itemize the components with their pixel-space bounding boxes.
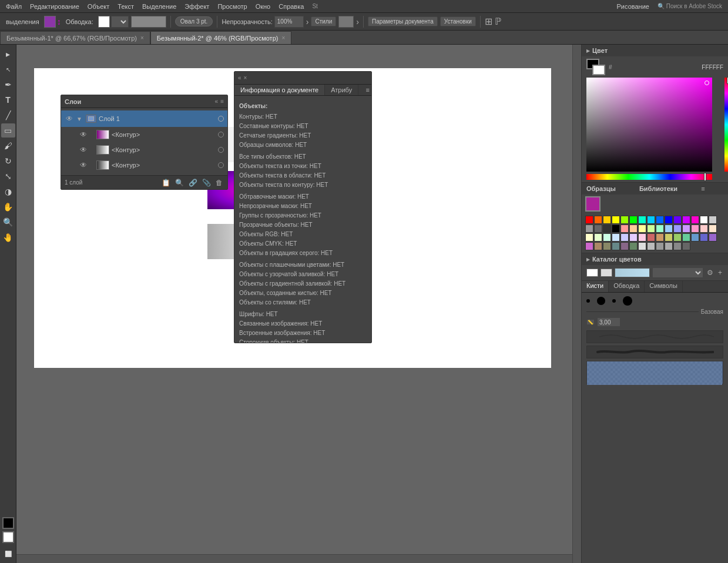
swatch-item[interactable] [691, 233, 699, 242]
catalog-settings-btn[interactable]: ⚙ [706, 268, 714, 277]
style-preview[interactable] [338, 16, 354, 28]
color-header-triangle[interactable]: ▶ [586, 48, 590, 53]
tool-rect[interactable]: ▭ [1, 123, 15, 138]
arrow-btn[interactable]: ↕ [57, 17, 61, 26]
swatch-item[interactable] [620, 242, 629, 250]
doc-info-tab-2[interactable]: Атрибу [325, 85, 358, 95]
canvas-area[interactable]: Слои « ≡ 👁 ▼ Слой 1 [16, 45, 581, 563]
swatch-item[interactable] [656, 216, 664, 224]
swatch-item[interactable] [612, 242, 620, 250]
brushes-tab-1[interactable]: Кисти [582, 281, 609, 292]
opacity-arrow[interactable]: › [306, 17, 309, 26]
brush-size-input[interactable] [597, 317, 620, 327]
menu-help[interactable]: Справка [275, 2, 307, 11]
swatch-item[interactable] [647, 242, 655, 250]
swatch-item[interactable] [585, 233, 593, 242]
layer-new-btn[interactable]: 📋 [160, 178, 172, 187]
bg-color[interactable] [2, 531, 14, 543]
sub-layer-row-2[interactable]: 👁 <Контур> [61, 142, 227, 157]
swatch-item[interactable] [709, 233, 717, 242]
swatch-item[interactable] [585, 224, 593, 233]
layer-group-btn[interactable]: 📎 [201, 178, 212, 187]
layers-collapse-btn[interactable]: « [215, 98, 219, 105]
color-picker-handle[interactable] [704, 81, 709, 85]
swatch-item[interactable] [709, 224, 717, 233]
fg-color[interactable] [2, 517, 14, 529]
tool-direct-select[interactable]: ↖ [1, 62, 15, 76]
swatch-item[interactable] [673, 216, 682, 224]
swatch-item[interactable] [673, 242, 682, 250]
layer-expand-1[interactable]: ▼ [76, 116, 83, 122]
swatch-item[interactable] [629, 216, 638, 224]
menu-select[interactable]: Выделение [139, 2, 180, 11]
swatch-item[interactable] [612, 224, 620, 233]
bg-swatch[interactable] [592, 65, 605, 75]
swatch-item[interactable] [620, 216, 629, 224]
swatch-item[interactable] [629, 224, 638, 233]
swatch-item[interactable] [638, 233, 646, 242]
brush-dot-2[interactable] [597, 297, 605, 305]
swatch-item[interactable] [629, 233, 638, 242]
swatch-item[interactable] [585, 242, 593, 250]
swatch-item[interactable] [682, 233, 690, 242]
swatch-item[interactable] [682, 224, 690, 233]
swatch-item[interactable] [665, 216, 673, 224]
menu-st[interactable]: St [308, 2, 321, 11]
opacity-input[interactable] [274, 16, 304, 28]
tool-text[interactable]: T [1, 93, 15, 107]
catalog-swatch-1[interactable] [586, 269, 598, 277]
sub-layer-eye-3[interactable]: 👁 [79, 160, 88, 170]
tab-2-close[interactable]: × [281, 35, 285, 41]
swatch-item[interactable] [620, 233, 629, 242]
swatch-item[interactable] [700, 233, 708, 242]
layer-search-btn[interactable]: 🔍 [174, 178, 185, 187]
brush-dot-3[interactable] [612, 299, 616, 303]
brush-dot-1[interactable] [586, 299, 590, 303]
color-gradient-picker[interactable] [586, 78, 712, 172]
layers-menu-btn[interactable]: ≡ [220, 98, 224, 105]
swatch-item[interactable] [594, 233, 602, 242]
swatch-item[interactable] [700, 216, 708, 224]
fill-color-btn[interactable] [44, 16, 56, 28]
swatch-item[interactable] [647, 224, 655, 233]
swatch-item[interactable] [603, 233, 611, 242]
swatch-item[interactable] [638, 216, 646, 224]
menu-edit[interactable]: Редактирование [26, 2, 83, 11]
menu-object[interactable]: Объект [84, 2, 113, 11]
tab-2[interactable]: Безымянный-2* @ 46% (RGB/Просмотр) × [150, 31, 291, 44]
swatches-menu-btn[interactable]: ≡ [701, 185, 704, 192]
tool-line[interactable]: ╱ [1, 108, 15, 122]
tool-hand[interactable]: 🤚 [1, 230, 15, 244]
brush-dot-4[interactable] [623, 296, 632, 306]
tool-scale[interactable]: ⤡ [1, 169, 15, 183]
catalog-triangle[interactable]: ▶ [586, 257, 590, 262]
settings-btn[interactable]: Установки [440, 16, 476, 26]
swatch-item[interactable] [673, 233, 682, 242]
brushes-tab-3[interactable]: Символы [645, 281, 683, 292]
menu-file[interactable]: Файл [2, 2, 25, 11]
swatch-selected-color[interactable] [585, 196, 600, 212]
swatch-item[interactable] [656, 233, 664, 242]
scrollbar-bottom[interactable] [16, 554, 572, 563]
swatch-item[interactable] [709, 216, 717, 224]
styles-btn[interactable]: Стили [311, 16, 336, 26]
layer-eye-1[interactable]: 👁 [65, 114, 74, 123]
tool-fill-none[interactable]: ⬜ [1, 547, 15, 561]
swatch-item[interactable] [647, 216, 655, 224]
swatch-item[interactable] [673, 224, 682, 233]
swatch-item[interactable] [656, 242, 664, 250]
color-spectrum-bar[interactable] [586, 174, 712, 180]
brushes-tab-2[interactable]: Обводка [609, 281, 645, 292]
swatch-item[interactable] [594, 216, 602, 224]
menu-window[interactable]: Окно [252, 2, 274, 11]
swatch-item[interactable] [638, 224, 646, 233]
swatch-item[interactable] [665, 242, 673, 250]
spectrum-handle[interactable] [704, 173, 706, 181]
swatch-item[interactable] [638, 242, 646, 250]
swatch-item[interactable] [585, 216, 593, 224]
swatch-item[interactable] [656, 224, 664, 233]
menu-text[interactable]: Текст [114, 2, 137, 11]
catalog-add-btn[interactable]: + [717, 268, 723, 277]
tab-1-close[interactable]: × [140, 35, 144, 41]
doc-info-collapse-btn[interactable]: « [238, 75, 241, 81]
